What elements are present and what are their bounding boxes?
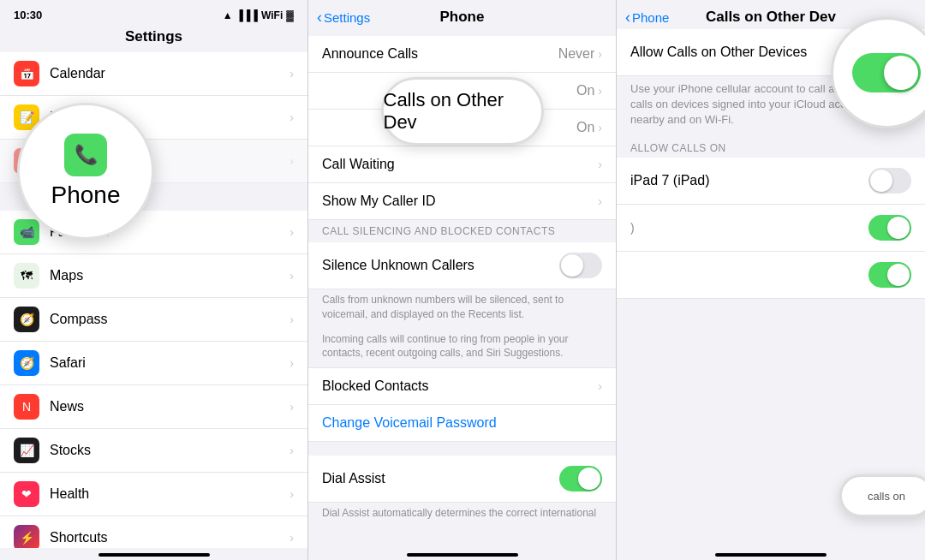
news-label: News bbox=[50, 399, 289, 414]
dial-assist-toggle[interactable] bbox=[559, 466, 602, 491]
compass-icon: 🧭 bbox=[14, 307, 39, 332]
left-status-icons: ▲ ▐▐▐ WiFi ▓ bbox=[223, 9, 294, 21]
blocked-contacts-chevron: › bbox=[598, 379, 602, 393]
device3-knob bbox=[887, 264, 910, 286]
phone-circle-label: Phone bbox=[51, 182, 121, 209]
big-toggle-knob bbox=[884, 56, 918, 90]
calls-on-chevron-2: › bbox=[598, 121, 602, 134]
list-item-calendar[interactable]: 📅 Calendar › bbox=[0, 52, 307, 96]
device3-toggle[interactable] bbox=[868, 262, 911, 288]
call-waiting-label: Call Waiting bbox=[322, 157, 598, 172]
list-item-maps[interactable]: 🗺 Maps › bbox=[0, 254, 307, 298]
shortcuts-icon: ⚡ bbox=[14, 525, 39, 548]
news-icon-glyph: N bbox=[22, 400, 31, 414]
settings-back-button[interactable]: ‹ Settings bbox=[317, 9, 370, 27]
silence-desc-1: Calls from unknown numbers will be silen… bbox=[308, 289, 616, 329]
left-time: 10:30 bbox=[14, 9, 42, 21]
big-toggle bbox=[852, 53, 921, 92]
right-home-indicator bbox=[715, 553, 827, 557]
silence-callers-label: Silence Unknown Callers bbox=[322, 258, 559, 273]
silence-callers-toggle[interactable] bbox=[559, 253, 602, 278]
maps-chevron: › bbox=[289, 269, 294, 283]
phone-icon: 📞 bbox=[75, 144, 98, 166]
silence-callers-item[interactable]: Silence Unknown Callers bbox=[308, 242, 616, 289]
announce-calls-label: Announce Calls bbox=[322, 46, 558, 62]
device3-item[interactable] bbox=[617, 252, 925, 299]
maps-icon: 🗺 bbox=[14, 263, 39, 289]
dial-assist-desc: Dial Assist automatically determines the… bbox=[308, 503, 616, 527]
back-label: Settings bbox=[324, 10, 370, 25]
announce-calls-item[interactable]: Announce Calls Never › bbox=[308, 36, 616, 73]
calendar-label: Calendar bbox=[50, 66, 289, 81]
right-back-label: Phone bbox=[632, 10, 669, 25]
list-item-health[interactable]: ❤ Health › bbox=[0, 473, 307, 516]
maps-icon-glyph: 🗺 bbox=[21, 269, 33, 283]
call-waiting-chevron: › bbox=[598, 158, 602, 171]
change-voicemail-item[interactable]: Change Voicemail Password bbox=[308, 405, 616, 442]
show-caller-id-label: Show My Caller ID bbox=[322, 194, 598, 209]
facetime-icon: 📹 bbox=[14, 219, 39, 245]
cod-circle-text: Calls on Other Dev bbox=[384, 89, 541, 134]
shortcuts-icon-glyph: ⚡ bbox=[20, 531, 34, 545]
shortcuts-label: Shortcuts bbox=[50, 530, 289, 545]
phone-circle: 📞 Phone bbox=[17, 103, 154, 240]
shortcuts-chevron: › bbox=[289, 531, 294, 545]
show-caller-id-item[interactable]: Show My Caller ID › bbox=[308, 183, 616, 220]
dial-assist-sep bbox=[308, 442, 616, 456]
dial-assist-item[interactable]: Dial Assist bbox=[308, 456, 616, 503]
health-icon: ❤ bbox=[14, 481, 39, 507]
list-item-compass[interactable]: 🧭 Compass › bbox=[0, 298, 307, 342]
middle-nav: ‹ Settings Phone bbox=[308, 0, 616, 29]
list-item-stocks[interactable]: 📈 Stocks › bbox=[0, 429, 307, 473]
reminders-chevron: › bbox=[289, 154, 294, 168]
silence-desc-2: Incoming calls will continue to ring fro… bbox=[308, 329, 616, 368]
silence-callers-knob bbox=[561, 254, 583, 277]
ipad7-toggle[interactable] bbox=[868, 168, 911, 194]
calendar-icon-glyph: 📅 bbox=[20, 67, 34, 80]
list-item-safari[interactable]: 🧭 Safari › bbox=[0, 342, 307, 385]
stocks-icon-glyph: 📈 bbox=[20, 444, 34, 457]
health-icon-glyph: ❤ bbox=[21, 487, 32, 501]
safari-icon-glyph: 🧭 bbox=[20, 356, 34, 370]
safari-icon: 🧭 bbox=[14, 350, 39, 376]
dial-assist-knob bbox=[578, 468, 600, 490]
ipad7-item[interactable]: iPad 7 (iPad) bbox=[617, 158, 925, 205]
right-panel-title: Calls on Other Dev bbox=[706, 9, 836, 26]
news-icon: N bbox=[14, 394, 39, 420]
safari-chevron: › bbox=[289, 356, 294, 370]
health-chevron: › bbox=[289, 487, 294, 501]
phone-back-button[interactable]: ‹ Phone bbox=[625, 9, 669, 27]
ipad7-knob bbox=[870, 170, 892, 192]
left-home-indicator bbox=[98, 553, 210, 557]
list-item-shortcuts[interactable]: ⚡ Shortcuts › bbox=[0, 516, 307, 548]
blocked-contacts-item[interactable]: Blocked Contacts › bbox=[308, 367, 616, 405]
change-voicemail-label: Change Voicemail Password bbox=[322, 415, 602, 431]
stocks-icon: 📈 bbox=[14, 438, 39, 463]
device2-toggle[interactable] bbox=[868, 215, 911, 241]
compass-chevron: › bbox=[289, 313, 294, 326]
phone-app-icon: 📞 bbox=[64, 134, 107, 176]
allow-calls-on-header: ALLOW CALLS ON bbox=[617, 135, 925, 158]
calls-on-value-2: On bbox=[576, 120, 594, 135]
announce-calls-value: Never bbox=[558, 46, 595, 62]
blocked-contacts-label: Blocked Contacts bbox=[322, 378, 598, 394]
dial-assist-label: Dial Assist bbox=[322, 471, 559, 486]
stocks-label: Stocks bbox=[50, 443, 289, 458]
news-chevron: › bbox=[289, 400, 294, 414]
list-item-news[interactable]: N News › bbox=[0, 385, 307, 429]
facetime-icon-glyph: 📹 bbox=[20, 225, 34, 239]
stocks-chevron: › bbox=[289, 444, 294, 457]
compass-icon-glyph: 🧭 bbox=[20, 313, 34, 326]
middle-panel-title: Phone bbox=[440, 9, 485, 26]
calendar-icon: 📅 bbox=[14, 61, 39, 86]
wifi-icon: WiFi bbox=[261, 9, 283, 21]
left-status-bar: 10:30 ▲ ▐▐▐ WiFi ▓ bbox=[0, 0, 307, 25]
facetime-chevron: › bbox=[289, 225, 294, 239]
device2-item[interactable]: ) bbox=[617, 205, 925, 252]
calls-on-bottom-overlay: calls on bbox=[839, 474, 925, 517]
calendar-chevron: › bbox=[289, 67, 294, 80]
left-panel: 10:30 ▲ ▐▐▐ WiFi ▓ Settings 📞 Phone 📅 Ca… bbox=[0, 0, 308, 560]
device2-label: ) bbox=[630, 220, 868, 235]
calls-on-value-1: On bbox=[576, 83, 594, 98]
call-waiting-item[interactable]: Call Waiting › bbox=[308, 146, 616, 183]
